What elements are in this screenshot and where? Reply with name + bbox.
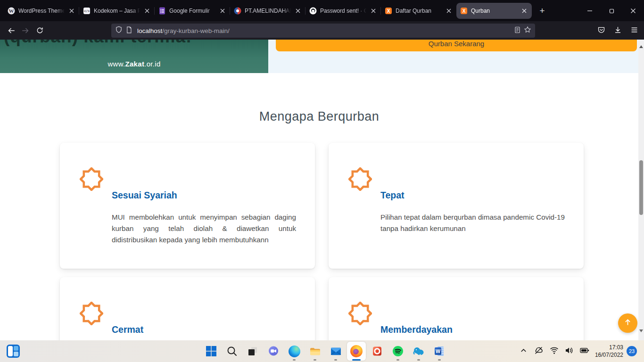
tab-close-icon[interactable]	[68, 7, 75, 15]
windows-taskbar: W 17:03 16/07/2022 23	[0, 340, 644, 362]
task-view-icon	[247, 346, 258, 357]
start-button[interactable]	[201, 340, 222, 362]
card-title: Cermat	[112, 324, 143, 335]
banner-site-url: www.Zakat.or.id	[0, 60, 268, 68]
taskbar-php-app-button[interactable]	[408, 340, 429, 362]
tab-google-formulir[interactable]: Google Formulir	[155, 3, 230, 19]
tab-close-icon[interactable]	[520, 7, 528, 15]
scrollbar-thumb[interactable]	[639, 160, 643, 215]
php-elephant-icon	[413, 345, 425, 357]
shield-icon[interactable]	[115, 26, 123, 35]
taskbar-app-icons: W	[201, 340, 450, 362]
tab-daftar-qurban[interactable]: X Daftar Qurban	[381, 3, 456, 19]
running-indicator	[314, 359, 316, 361]
taskbar-spotify-button[interactable]	[388, 340, 408, 362]
taskbar-clock[interactable]: 17:03 16/07/2022	[595, 344, 623, 359]
url-text[interactable]: localhost/gray-kurban-web-main/	[137, 27, 511, 34]
window-controls	[579, 0, 644, 21]
taskbar-file-explorer-button[interactable]	[305, 340, 325, 362]
kodekom-icon: </>	[83, 7, 91, 15]
task-view-button[interactable]	[242, 340, 263, 362]
url-bar[interactable]: localhost/gray-kurban-web-main/	[111, 24, 535, 38]
taskbar-mail-button[interactable]	[325, 340, 346, 362]
window-maximize-button[interactable]	[601, 0, 622, 21]
taskbar-chat-button[interactable]	[263, 340, 284, 362]
tab-amelinda[interactable]: PT.AMELINDAHABA	[230, 3, 305, 19]
clock-date: 16/07/2022	[595, 351, 623, 359]
taskbar-word-button[interactable]: W	[429, 340, 450, 362]
pocket-icon[interactable]	[597, 26, 605, 36]
clock-time: 17:03	[595, 344, 623, 351]
wordpress-icon: W	[8, 7, 15, 15]
back-button[interactable]	[4, 24, 18, 38]
tab-title: Kodekom – Jasa Pem	[94, 8, 140, 14]
tab-kodekom[interactable]: </> Kodekom – Jasa Pem	[79, 3, 155, 19]
card-title: Sesuai Syariah	[112, 190, 177, 201]
system-tray	[520, 340, 589, 362]
section-heading: Mengapa Berqurban	[0, 109, 638, 124]
edge-icon	[289, 346, 300, 357]
running-indicator	[396, 359, 399, 361]
tab-close-icon[interactable]	[370, 7, 377, 15]
page-scrollbar[interactable]	[638, 40, 644, 340]
tab-close-icon[interactable]	[219, 7, 226, 15]
window-minimize-button[interactable]	[579, 0, 601, 21]
page-viewport: (qurban) kami terima! www.Zakat.or.id Qu…	[0, 40, 644, 340]
onedrive-paused-icon[interactable]	[534, 346, 544, 357]
file-explorer-icon	[309, 346, 321, 357]
islamic-star-icon	[80, 167, 103, 191]
volume-icon[interactable]	[565, 346, 574, 356]
tray-chevron-up-icon[interactable]	[520, 346, 528, 356]
reload-button[interactable]	[33, 24, 47, 38]
islamic-star-icon	[348, 302, 372, 325]
card-body: MUI membolehkan untuk menyimpan sebagian…	[112, 212, 296, 246]
card-cermat: Cermat	[60, 277, 315, 340]
window-close-button[interactable]	[622, 0, 644, 21]
toolbar-right-icons	[597, 24, 638, 38]
wifi-icon[interactable]	[550, 346, 559, 356]
taskbar-search-button[interactable]	[222, 340, 242, 362]
search-icon	[226, 346, 238, 357]
running-indicator	[293, 359, 296, 361]
card-memberdayakan: Memberdayakan	[329, 277, 584, 340]
google-forms-icon	[158, 7, 166, 15]
tab-close-icon[interactable]	[294, 7, 302, 15]
downloads-icon[interactable]	[614, 26, 622, 36]
tab-title: Password sent! · GitH	[320, 8, 366, 14]
forward-button[interactable]	[18, 24, 33, 38]
taskbar-firefox-button[interactable]	[346, 340, 367, 362]
scrollbar-down-arrow-icon[interactable]	[639, 326, 644, 335]
battery-icon[interactable]	[580, 346, 589, 356]
scroll-to-top-button[interactable]	[618, 313, 637, 333]
new-tab-button[interactable]: +	[535, 3, 550, 18]
menu-hamburger-icon[interactable]	[630, 26, 638, 36]
banner-clipped-text: (qurban) kami terima!	[4, 40, 192, 47]
notification-count-badge[interactable]: 23	[627, 346, 637, 356]
widgets-icon	[8, 346, 13, 356]
page-info-icon[interactable]	[125, 26, 132, 35]
xampp-icon: X	[385, 7, 392, 15]
reader-view-icon[interactable]	[514, 26, 521, 35]
tab-qurban-active[interactable]: X Qurban	[456, 3, 532, 19]
card-sesuai-syariah: Sesuai Syariah MUI membolehkan untuk men…	[60, 143, 315, 269]
qurban-sekarang-button[interactable]: Qurban Sekarang	[276, 40, 637, 51]
tab-wordpress-themes[interactable]: W WordPress Themes	[4, 3, 79, 19]
mail-icon	[330, 346, 342, 357]
taskbar-edge-button[interactable]	[284, 340, 305, 362]
card-title: Tepat	[380, 190, 405, 201]
url-host: localhost	[137, 27, 162, 34]
tab-github[interactable]: Password sent! · GitH	[305, 3, 381, 19]
running-indicator	[334, 359, 337, 361]
spotify-icon	[392, 345, 404, 357]
svg-text:W: W	[436, 348, 440, 354]
chat-video-icon	[267, 345, 280, 357]
tab-close-icon[interactable]	[143, 7, 151, 15]
widgets-button[interactable]	[7, 345, 20, 358]
bookmark-star-icon[interactable]	[524, 26, 531, 35]
card-tepat: Tepat Pilihan tepat dalam berqurban dima…	[329, 143, 584, 269]
tab-close-icon[interactable]	[445, 7, 453, 15]
hero-banner-image: (qurban) kami terima! www.Zakat.or.id	[0, 40, 268, 73]
taskbar-office-button[interactable]	[367, 340, 388, 362]
scrollbar-up-arrow-icon[interactable]	[639, 42, 644, 50]
tab-title: Daftar Qurban	[396, 8, 442, 14]
